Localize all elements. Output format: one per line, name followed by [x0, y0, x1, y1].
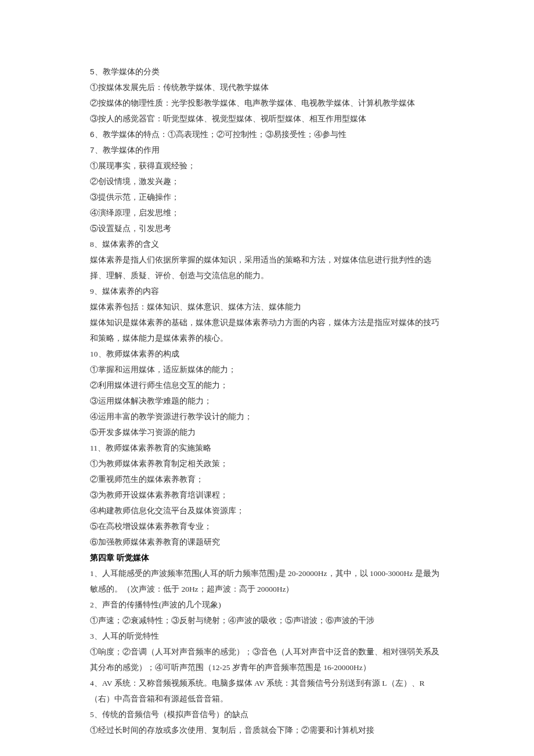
text-line: ③按人的感觉器官：听觉型媒体、视觉型媒体、视听型媒体、相互作用型媒体 — [90, 111, 444, 127]
text-line: ②创设情境，激发兴趣； — [90, 174, 444, 189]
text-line: ①按媒体发展先后：传统教学媒体、现代教学媒体 — [90, 80, 444, 95]
text-line: ②按媒体的物理性质：光学投影教学媒体、电声教学媒体、电视教学媒体、计算机教学媒体 — [90, 95, 444, 111]
text-line: 3、人耳的听觉特性 — [90, 628, 444, 644]
text-line: ①掌握和运用媒体，适应新媒体的能力； — [90, 362, 444, 377]
text-line: ②重视师范生的媒体素养教育； — [90, 471, 444, 487]
text-line: ①声速；②衰减特性；③反射与绕射；④声波的吸收；⑤声谐波；⑥声波的干涉 — [90, 613, 444, 628]
text-line: ③提供示范，正确操作； — [90, 189, 444, 205]
text-line: ⑤在高校增设媒体素养教育专业； — [90, 519, 444, 534]
text-line: 媒体素养是指人们依据所掌握的媒体知识，采用适当的策略和方法，对媒体信息进行批判性… — [90, 252, 444, 283]
text-line: 2、声音的传播特性(声波的几个现象) — [90, 597, 444, 613]
text-line: 媒体素养包括：媒体知识、媒体意识、媒体方法、媒体能力 — [90, 299, 444, 315]
text-line: ②利用媒体进行师生信息交互的能力； — [90, 377, 444, 393]
text-line: ⑥加强教师媒体素养教育的课题研究 — [90, 534, 444, 550]
text-line: ③为教师开设媒体素养教育培训课程； — [90, 487, 444, 503]
text-line: 11、教师媒体素养教育的实施策略 — [90, 440, 444, 456]
text-line: 媒体知识是媒体素养的基础，媒体意识是媒体素养动力方面的内容，媒体方法是指应对媒体… — [90, 315, 444, 346]
text-line: 1、人耳能感受的声波频率范围(人耳的听力频率范围)是 20-20000Hz，其中… — [90, 566, 444, 597]
text-line: 9、媒体素养的内容 — [90, 283, 444, 299]
text-line: ①为教师媒体素养教育制定相关政策； — [90, 456, 444, 471]
text-line: 10、教师媒体素养的构成 — [90, 346, 444, 362]
text-line: ⑤设置疑点，引发思考 — [90, 221, 444, 236]
text-line: 5、教学媒体的分类 — [90, 64, 444, 80]
text-line: ⑤开发多媒体学习资源的能力 — [90, 424, 444, 440]
text-line: 7、教学媒体的作用 — [90, 142, 444, 158]
text-line: ①展现事实，获得直观经验； — [90, 158, 444, 174]
text-line: 5、传统的音频信号（模拟声音信号）的缺点 — [90, 707, 444, 722]
text-line: 4、AV 系统：又称音频视频系统。电脑多媒体 AV 系统：其音频信号分别送到有源… — [90, 675, 444, 707]
text-line: ④演绎原理，启发思维； — [90, 205, 444, 221]
text-line: ①响度；②音调（人耳对声音频率的感觉）；③音色（人耳对声音中泛音的数量、相对强弱… — [90, 644, 444, 675]
text-line: ①经过长时间的存放或多次使用、复制后，音质就会下降；②需要和计算机对接 — [90, 722, 444, 738]
text-line: 6、教学媒体的特点：①高表现性；②可控制性；③易接受性；④参与性 — [90, 127, 444, 142]
text-line: ③运用媒体解决教学难题的能力； — [90, 393, 444, 409]
text-line: 第四章 听觉媒体 — [90, 550, 444, 566]
text-line: ④构建教师信息化交流平台及媒体资源库； — [90, 503, 444, 519]
text-line: ④运用丰富的教学资源进行教学设计的能力； — [90, 409, 444, 424]
text-line: 8、媒体素养的含义 — [90, 236, 444, 252]
